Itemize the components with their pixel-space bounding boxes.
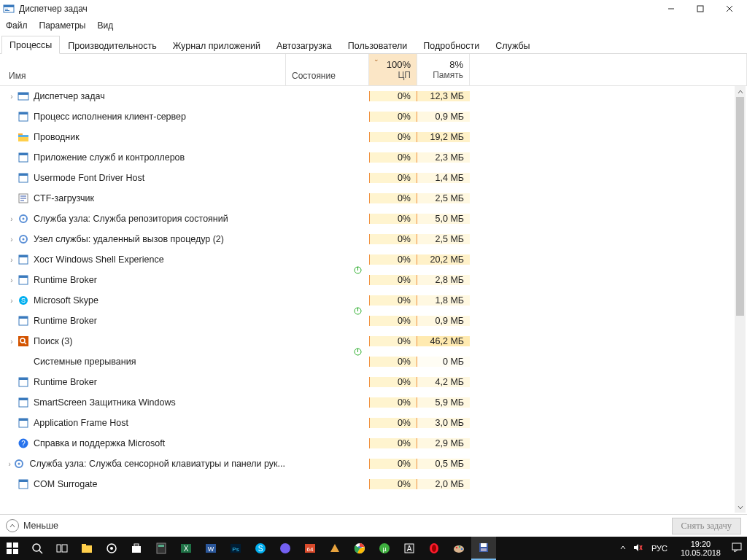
cell-cpu: 0% [369,479,417,489]
tray-clock[interactable]: 19:20 10.05.2018 [676,540,725,557]
table-row[interactable]: ›Узел службы: удаленный вызов процедур (… [0,229,747,249]
column-name[interactable]: Имя [0,54,286,85]
table-row[interactable]: ›SMicrosoft Skype0%1,8 МБ [0,290,747,311]
leaf-status-icon [352,346,363,357]
svg-rect-16 [19,153,28,155]
taskbar-app-aida64[interactable]: 64 [298,537,322,560]
svg-rect-101 [732,543,741,550]
taskbar-app-explorer[interactable] [74,537,99,560]
taskbar-app-store[interactable] [124,537,149,560]
process-name: Runtime Broker [34,316,97,326]
table-row[interactable]: COM Surrogate0%2,0 МБ [0,474,747,494]
expand-chevron-icon[interactable]: › [7,297,16,305]
taskbar-app-skype[interactable]: S [248,537,273,560]
table-row[interactable]: SmartScreen Защитника Windows0%5,9 МБ [0,392,747,413]
table-row[interactable]: ›Runtime Broker0%2,8 МБ [0,270,747,290]
taskbar-app-photoshop[interactable]: Ps [223,537,248,560]
expand-chevron-icon[interactable]: › [7,256,16,264]
table-row[interactable]: Процесс исполнения клиент-сервер0%0,9 МБ [0,106,747,127]
tray-date: 10.05.2018 [681,548,721,557]
svg-rect-38 [19,316,28,319]
svg-rect-18 [19,174,28,176]
scroll-up-icon[interactable] [735,86,746,97]
tab-details[interactable]: Подробности [415,36,487,54]
taskbar-search-icon[interactable] [25,537,50,560]
ctf-icon [18,192,29,204]
tab-app-history[interactable]: Журнал приложений [165,36,268,54]
taskbar-app-excel[interactable]: X [174,537,198,560]
table-row[interactable]: Runtime Broker0%4,2 МБ [0,372,747,392]
taskbar-app-chrome[interactable] [347,537,372,560]
scroll-down-icon[interactable] [735,502,746,513]
taskbar-app-generic1[interactable] [322,537,347,560]
taskbar-app-save[interactable] [471,537,496,560]
taskbar-app-calculator[interactable] [149,537,174,560]
table-row[interactable]: Системные прерывания0%0 МБ [0,351,747,372]
menu-view[interactable]: Вид [97,20,113,31]
table-row[interactable]: Usermode Font Driver Host0%1,4 МБ [0,168,747,188]
taskbar-app-settings[interactable] [99,537,124,560]
taskbar-app-viber[interactable] [273,537,298,560]
svg-rect-64 [82,545,92,553]
expand-chevron-icon[interactable]: › [7,276,16,284]
vertical-scrollbar[interactable] [735,86,746,513]
system-tray[interactable]: РУС 19:20 10.05.2018 [615,540,747,557]
column-status[interactable]: Состояние [286,54,369,85]
tab-performance[interactable]: Производительность [60,36,164,54]
expand-chevron-icon[interactable]: › [7,93,16,101]
tray-volume-icon[interactable] [632,542,643,554]
fewer-details-label: Меньше [23,521,58,531]
tab-users[interactable]: Пользователи [340,36,416,54]
cell-name: Системные прерывания [0,356,286,368]
minimize-button[interactable] [657,0,686,18]
table-row[interactable]: ?Справка и поддержка Microsoft0%2,9 МБ [0,433,747,454]
taskbar-app-opera[interactable] [422,537,446,560]
process-table: Имя Состояние ⌄ 100% ЦП 8% Память ›Диспе… [0,54,747,515]
column-memory[interactable]: 8% Память [417,54,470,85]
menu-file[interactable]: Файл [6,20,28,31]
tab-processes[interactable]: Процессы [1,36,60,54]
table-row[interactable]: Runtime Broker0%0,9 МБ [0,311,747,331]
tray-chevron-up-icon[interactable] [619,544,627,553]
expand-chevron-icon[interactable]: › [7,338,16,346]
taskbar-app-generic2[interactable]: A [397,537,422,560]
tray-language[interactable]: РУС [649,544,670,553]
cell-memory: 2,3 МБ [417,152,470,163]
column-cpu[interactable]: ⌄ 100% ЦП [369,54,417,85]
expand-chevron-icon[interactable]: › [7,460,12,468]
svg-rect-5 [697,6,703,12]
end-task-button[interactable]: Снять задачу [672,518,742,534]
cell-cpu: 0% [369,173,417,183]
table-row[interactable]: Application Frame Host0%3,0 МБ [0,413,747,433]
blank-icon [18,356,29,368]
table-row[interactable]: ›Служба узла: Служба сенсорной клавиатур… [0,454,747,474]
tray-notifications-icon[interactable] [731,542,743,555]
mem-header-pct: 8% [417,59,463,70]
table-row[interactable]: ›Поиск (3)0%46,2 МБ [0,331,747,351]
cell-cpu: 0% [369,357,417,367]
fewer-details-toggle[interactable]: Меньше [6,519,58,532]
svg-point-80 [280,543,290,553]
expand-chevron-icon[interactable]: › [7,236,16,244]
taskbar-app-paint[interactable] [446,537,471,560]
tab-startup[interactable]: Автозагрузка [268,36,340,54]
maximize-button[interactable] [686,0,715,18]
table-row[interactable]: ›Служба узла: Служба репозитория состоян… [0,209,747,229]
start-button[interactable] [0,537,25,560]
svg-rect-62 [57,545,61,552]
table-row[interactable]: Приложение служб и контроллеров0%2,3 МБ [0,147,747,168]
taskbar-app-utorrent[interactable]: µ [372,537,397,560]
taskbar-app-word[interactable]: W [198,537,223,560]
generic-icon [18,315,29,327]
menu-options[interactable]: Параметры [39,20,86,31]
scroll-thumb[interactable] [736,97,744,316]
close-button[interactable] [715,0,744,18]
table-row[interactable]: CTF-загрузчик0%2,5 МБ [0,188,747,209]
svg-line-61 [39,551,42,553]
table-row[interactable]: ›Диспетчер задач0%12,3 МБ [0,86,747,106]
tab-services[interactable]: Службы [487,36,538,54]
table-row[interactable]: ›Хост Windows Shell Experience0%20,2 МБ [0,249,747,270]
expand-chevron-icon[interactable]: › [7,215,16,223]
task-view-icon[interactable] [50,537,74,560]
table-row[interactable]: Проводник0%19,2 МБ [0,127,747,147]
